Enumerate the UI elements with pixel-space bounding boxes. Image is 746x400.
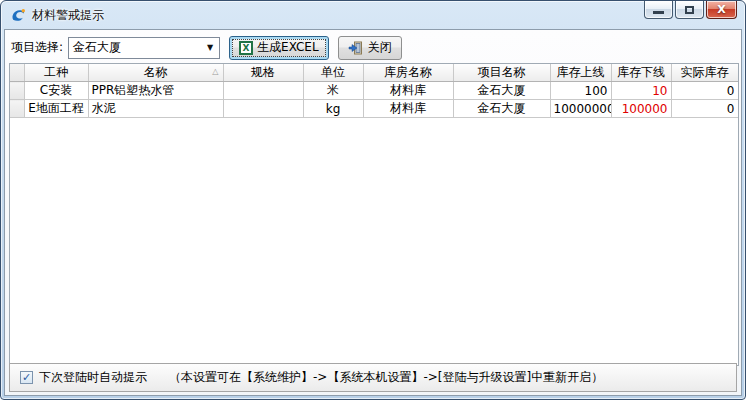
col-header-spec[interactable]: 规格 [223,64,303,82]
col-header-warehouse[interactable]: 库房名称 [363,64,453,82]
cell-name[interactable]: PPR铝塑热水管 [88,82,223,100]
app-logo-icon [10,7,27,24]
generate-excel-label: 生成EXCEL [257,39,319,56]
cell-upper-limit[interactable]: 100 [550,82,611,100]
auto-prompt-checkbox[interactable]: ✓ [20,371,33,384]
col-header-upper-limit[interactable]: 库存上线 [550,64,611,82]
close-dialog-button[interactable]: 关闭 [338,36,402,60]
col-header-worktype[interactable]: 工种 [24,64,88,82]
cell-worktype[interactable]: C安装 [24,82,88,100]
generate-excel-button[interactable]: X 生成EXCEL [229,36,329,60]
cell-lower-limit[interactable]: 100000 [611,100,671,118]
cell-warehouse[interactable]: 材料库 [363,82,453,100]
cell-worktype[interactable]: E地面工程 [24,100,88,118]
cell-project[interactable]: 金石大厦 [453,100,550,118]
row-indicator[interactable] [10,82,24,100]
col-header-name[interactable]: 名称 △ [88,64,223,82]
excel-icon: X [239,41,253,55]
row-indicator[interactable] [10,100,24,118]
footer-bar: ✓ 下次登陆时自动提示 （本设置可在【系统维护】->【系统本机设置】->[登陆与… [9,363,737,392]
cell-warehouse[interactable]: 材料库 [363,100,453,118]
maximize-button[interactable] [675,1,704,19]
settings-hint-text: （本设置可在【系统维护】->【系统本机设置】->[登陆与升级设置]中重新开启） [169,369,603,386]
cell-upper-limit[interactable]: 1000000000 [550,100,611,118]
cell-name[interactable]: 水泥 [88,100,223,118]
exit-door-icon [348,40,364,56]
project-combobox[interactable]: 金石大厦 ▼ [68,37,220,59]
cell-unit[interactable]: kg [303,100,363,118]
project-combobox-value: 金石大厦 [69,39,201,56]
col-header-actual-stock[interactable]: 实际库存 [671,64,738,82]
cell-unit[interactable]: 米 [303,82,363,100]
close-window-button[interactable]: X [706,1,737,19]
maximize-icon [685,6,694,14]
cell-spec[interactable] [223,82,303,100]
dialog-client-area: 项目选择: 金石大厦 ▼ X 生成EXCEL 关闭 [4,29,742,396]
col-header-name-label: 名称 [144,65,168,79]
row-indicator-header [10,64,24,82]
col-header-unit[interactable]: 单位 [303,64,363,82]
col-header-project[interactable]: 项目名称 [453,64,550,82]
col-header-lower-limit[interactable]: 库存下线 [611,64,671,82]
materials-table: 工种 名称 △ 规格 单位 库房名称 项目名称 库存上线 库存下线 实际库存 C… [10,64,739,118]
window-controls: X [644,1,737,19]
table-row[interactable]: E地面工程 水泥 kg 材料库 金石大厦 1000000000 100000 0 [10,100,738,118]
toolbar: 项目选择: 金石大厦 ▼ X 生成EXCEL 关闭 [11,35,402,60]
materials-grid[interactable]: 工种 名称 △ 规格 单位 库房名称 项目名称 库存上线 库存下线 实际库存 C… [9,63,739,366]
cell-project[interactable]: 金石大厦 [453,82,550,100]
close-icon: X [717,3,725,16]
close-dialog-label: 关闭 [368,39,392,56]
minimize-button[interactable] [644,1,673,19]
grid-header-row: 工种 名称 △ 规格 单位 库房名称 项目名称 库存上线 库存下线 实际库存 [10,64,738,82]
table-row[interactable]: C安装 PPR铝塑热水管 米 材料库 金石大厦 100 10 0 [10,82,738,100]
cell-lower-limit[interactable]: 10 [611,82,671,100]
window-title: 材料警戒提示 [32,7,104,24]
minimize-icon [653,11,664,14]
chevron-down-icon[interactable]: ▼ [201,43,219,52]
cell-actual-stock[interactable]: 0 [671,100,738,118]
sort-ascending-icon[interactable]: △ [212,67,218,77]
dialog-window: 材料警戒提示 X 项目选择: 金石大厦 ▼ X 生成EXCEL 关闭 [0,0,746,400]
auto-prompt-label[interactable]: 下次登陆时自动提示 [39,369,147,386]
cell-spec[interactable] [223,100,303,118]
project-select-label: 项目选择: [11,39,63,56]
title-bar[interactable]: 材料警戒提示 [1,1,745,29]
cell-actual-stock[interactable]: 0 [671,82,738,100]
checkmark-icon: ✓ [22,371,31,384]
